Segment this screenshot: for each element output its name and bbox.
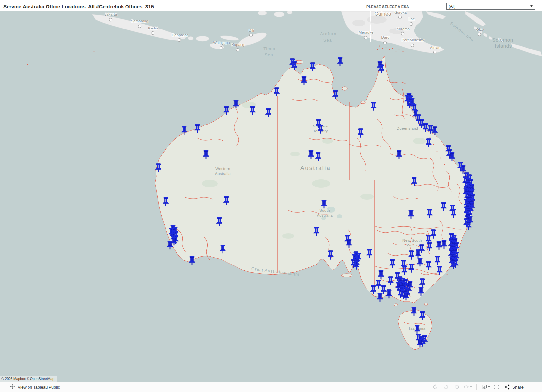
esa-dropdown[interactable]: (All) — [446, 3, 535, 10]
refresh-caret-icon — [470, 386, 472, 388]
map-label: Solomon — [492, 37, 513, 43]
esa-dropdown-value: (All) — [449, 4, 455, 9]
city-marker — [178, 39, 181, 42]
map-label: Denpasar — [172, 33, 188, 37]
map-label: Port Moresby — [402, 38, 424, 42]
view-on-tableau-link[interactable]: View on Tableau Public — [10, 384, 60, 390]
map-label: Semarang — [131, 19, 148, 23]
toolbar-divider — [476, 384, 477, 390]
city-marker — [220, 47, 223, 49]
map-label: Gizo — [476, 28, 484, 31]
map-label: Waingapu — [213, 41, 230, 45]
esa-filter-label: PLEASE SELECT A ESA — [363, 5, 409, 9]
map-label: Kediri — [148, 26, 158, 30]
map-label: Timor — [263, 47, 276, 51]
map-label: New South — [402, 238, 422, 242]
map-label: Lae — [408, 17, 415, 21]
map-label: Kerema — [397, 27, 410, 31]
map-label: Daru — [381, 35, 390, 39]
city-marker — [410, 23, 413, 26]
map-label: Dili — [249, 29, 254, 32]
city-marker — [399, 16, 402, 19]
map-label: Western — [215, 167, 230, 171]
map-label: Goroka — [394, 11, 407, 14]
map-label: Australia — [300, 165, 331, 171]
viz-toolbar: Share — [431, 383, 524, 391]
city-marker — [411, 44, 414, 47]
map-label: Wales — [407, 243, 418, 247]
map-label: Guinea — [374, 11, 391, 17]
redo-button[interactable] — [442, 383, 450, 391]
map-label: Kupang — [231, 43, 244, 47]
replay-button[interactable] — [453, 383, 461, 391]
map-label: Jakarta — [105, 12, 117, 16]
download-caret-icon — [488, 386, 490, 388]
tableau-logo-icon — [10, 384, 15, 390]
share-label: Share — [512, 385, 524, 390]
download-button[interactable] — [481, 383, 490, 391]
city-marker — [236, 49, 239, 51]
city-marker — [138, 25, 141, 28]
map-attribution: © 2026 Mapbox © OpenStreetMap — [0, 376, 57, 382]
undo-button[interactable] — [431, 383, 439, 391]
map-label: Sea — [323, 38, 332, 43]
map-label: South — [319, 208, 330, 212]
share-icon — [504, 384, 510, 390]
map-label: Islands — [495, 43, 512, 49]
australia-map: JakartaSemarangKediriDenpasarWaingapuKup… — [0, 11, 542, 382]
map-label: Arafura — [320, 32, 336, 36]
map-label: Queensland — [397, 127, 418, 130]
dashboard-title: Service Australia Office Locations All #… — [3, 4, 154, 10]
city-marker — [434, 51, 436, 54]
map-label: Sea — [265, 53, 273, 57]
city-marker — [109, 18, 112, 21]
city-marker — [364, 36, 367, 39]
footer-toolbar: View on Tableau Public Share — [0, 382, 542, 392]
map-viewport[interactable]: JakartaSemarangKediriDenpasarWaingapuKup… — [0, 11, 542, 382]
dropdown-caret-icon — [530, 5, 533, 7]
map-label: Alotau — [430, 46, 441, 49]
city-marker — [250, 34, 253, 37]
fullscreen-button[interactable] — [492, 383, 501, 391]
view-on-tableau-label: View on Tableau Public — [18, 385, 60, 390]
map-label: Australia — [215, 172, 231, 176]
map-label: Merauke — [359, 30, 374, 34]
city-marker — [384, 41, 387, 44]
city-marker — [401, 32, 404, 35]
map-label: Australia — [317, 213, 333, 217]
dashboard-header: Service Australia Office Locations All #… — [0, 0, 542, 11]
refresh-button[interactable] — [463, 383, 472, 391]
city-marker — [478, 33, 481, 36]
city-marker — [151, 32, 154, 35]
share-button[interactable]: Share — [504, 384, 524, 390]
